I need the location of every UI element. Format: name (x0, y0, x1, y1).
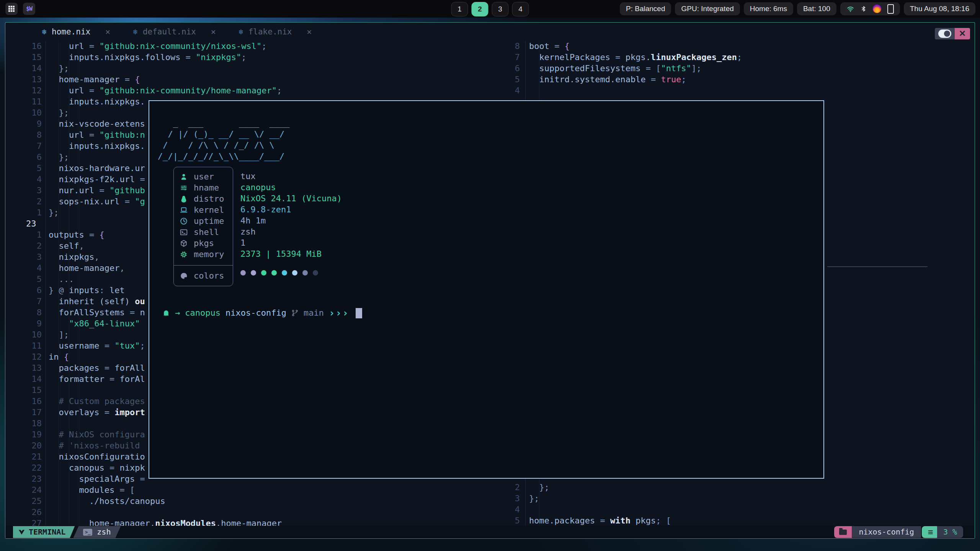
shell-label: zsh (97, 526, 111, 538)
tab-label: flake.nix (248, 27, 292, 36)
tab-close-icon[interactable]: ✕ (105, 27, 110, 36)
network-icon[interactable] (846, 5, 854, 13)
system-tray (840, 2, 900, 15)
line-number: 14 (21, 63, 42, 74)
workspace-switcher: 1234 (451, 2, 529, 16)
color-dot (261, 270, 266, 276)
vim-icon (18, 529, 25, 535)
fetch-value-memory: 2373 | 15394 MiB (240, 248, 342, 259)
workspace-button-1[interactable]: 1 (451, 2, 468, 16)
line-number: 15 (21, 52, 42, 63)
fetch-value-shell: zsh (240, 226, 342, 237)
workspace-button-3[interactable]: 3 (492, 2, 509, 16)
apps-grid-icon[interactable] (5, 3, 18, 15)
fetch-label: kernel (194, 204, 224, 215)
folder-icon (839, 530, 847, 535)
color-dot (251, 270, 256, 276)
tab-close-icon[interactable]: ✕ (307, 27, 312, 36)
line-number: 16 (21, 41, 42, 52)
line-number: 9 (21, 318, 42, 329)
status-pill[interactable]: Home: 6ms (744, 2, 793, 15)
fetch-row-pkgs: pkgs (174, 238, 233, 249)
workspace-button-4[interactable]: 4 (512, 2, 529, 16)
clock-icon (180, 217, 188, 225)
line-number: 4 (511, 504, 520, 515)
right-editor-pane-top[interactable]: 8boot = {7 kernelPackages = pkgs.linuxPa… (511, 41, 742, 96)
badge-label: $W (26, 5, 32, 12)
ghost-icon (162, 309, 170, 317)
lines-icon: ≡ (922, 526, 939, 538)
line-number: 23 (21, 473, 42, 484)
line-number: 3 (21, 251, 42, 262)
line-number: 20 (21, 440, 42, 451)
phone-icon[interactable] (887, 4, 894, 14)
prompt-directory: nixos-config (225, 307, 286, 319)
line-number: 9 (21, 118, 42, 129)
sliders-icon (180, 184, 188, 192)
line-number: 23 (21, 218, 47, 229)
floating-terminal[interactable]: _ ___ ____ ____ / |/ (_)_ __/ __ \/ __/ … (149, 100, 824, 479)
code-line: 16 url = "github:nix-community/nixos-wsl… (21, 41, 282, 52)
right-editor-pane-bottom[interactable]: 2 };3};45home.packages = with pkgs; [ (511, 482, 671, 526)
tab-flake.nix[interactable]: ❄flake.nix✕ (227, 23, 323, 41)
line-number: 1 (21, 207, 42, 218)
tab-home.nix[interactable]: ❄home.nix✕ (31, 23, 122, 41)
code-line: 5 initrd.systemd.enable = true; (511, 74, 742, 85)
prompt-branch: main (304, 307, 324, 319)
window-toggle[interactable] (935, 28, 955, 39)
line-number: 7 (21, 140, 42, 152)
line-number: 5 (511, 515, 520, 526)
package-icon (180, 240, 188, 247)
status-pill[interactable]: Bat: 100 (797, 2, 836, 15)
color-dot (302, 270, 308, 276)
line-number: 12 (21, 351, 42, 362)
line-number: 4 (21, 174, 42, 185)
cwd-label: nixos-config (852, 526, 921, 538)
line-number: 24 (21, 484, 42, 496)
fetch-label: hname (194, 182, 219, 193)
fetch-row-hname: hname (174, 182, 233, 193)
terminal-cursor[interactable] (356, 308, 362, 318)
fetch-row-distro: distro (174, 193, 233, 204)
top-bar: $W 1234 P: BalancedGPU: IntegratedHome: … (0, 0, 980, 18)
line-number: 11 (21, 96, 42, 107)
tab-default.nix[interactable]: ❄default.nix✕ (122, 23, 227, 41)
workspace-badge[interactable]: $W (23, 3, 35, 15)
nix-snowflake-icon: ❄ (239, 27, 243, 36)
clock[interactable]: Thu Aug 08, 18:16 (904, 2, 975, 15)
flame-icon[interactable] (873, 5, 881, 13)
line-number: 8 (21, 129, 42, 140)
statusbar-left: TERMINAL >_ zsh (13, 526, 121, 538)
line-number: 5 (21, 163, 42, 174)
window-close-button[interactable]: ✕ (955, 28, 970, 39)
color-dot (313, 270, 318, 276)
fetch-label: distro (194, 193, 224, 204)
topbar-left: $W (5, 3, 35, 15)
window-controls: ✕ (935, 28, 970, 39)
prompt-arrow: → (175, 307, 180, 319)
code-line: 3}; (511, 493, 671, 504)
status-pill[interactable]: P: Balanced (620, 2, 671, 15)
line-number: 7 (511, 52, 520, 63)
code-line: 13 home-manager = { (21, 74, 282, 85)
status-pill[interactable]: GPU: Integrated (675, 2, 740, 15)
line-number: 10 (21, 107, 42, 118)
user-icon (180, 173, 188, 181)
fetch-row-memory: memory (174, 249, 233, 260)
bluetooth-icon[interactable] (861, 5, 867, 13)
tab-close-icon[interactable]: ✕ (211, 27, 216, 36)
mode-segment: TERMINAL (13, 526, 75, 538)
pane-rule (827, 266, 928, 267)
status-bar: TERMINAL >_ zsh nixos-config ≡ 3 % (5, 526, 975, 538)
workspace-button-2[interactable]: 2 (472, 2, 488, 16)
line-number: 10 (21, 329, 42, 340)
statusbar-right: nixos-config ≡ 3 % (834, 526, 963, 538)
tab-bar: ❄home.nix✕❄default.nix✕❄flake.nix✕ (5, 23, 980, 41)
fetch-separator (174, 265, 233, 266)
code-line: 4 (511, 85, 742, 96)
laptop-icon (180, 206, 188, 214)
fetch-value-kernel: 6.9.8-zen1 (240, 204, 342, 215)
fetch-row-user: user (174, 171, 233, 182)
line-number: 14 (21, 373, 42, 385)
nix-snowflake-icon: ❄ (133, 27, 138, 36)
